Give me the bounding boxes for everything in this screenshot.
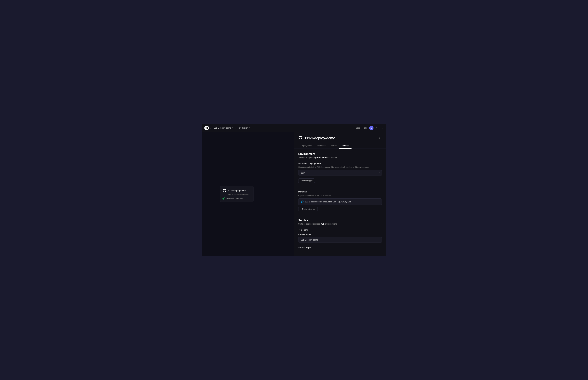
general-fields: Service Name: [298, 233, 382, 243]
app-window: / 111-1-deploy-demo ▼ / production ▼ Doc…: [202, 124, 386, 256]
project-chevron-icon: ▼: [232, 127, 233, 129]
canvas-area: 111-1-deploy-demo 111-1-deploy-demo-prod…: [202, 132, 294, 256]
panel-title: 111-1-deploy-demo: [304, 136, 335, 140]
user-avatar[interactable]: U: [369, 126, 373, 130]
topbar: / 111-1-deploy-demo ▼ / production ▼ Doc…: [202, 124, 386, 132]
tab-deployments[interactable]: Deployments: [298, 143, 315, 149]
topbar-left: / 111-1-deploy-demo ▼ / production ▼: [204, 126, 356, 130]
breadcrumb-environment[interactable]: production ▼: [238, 126, 251, 130]
domains-label: Domains: [298, 190, 382, 193]
divider-1: [298, 187, 382, 187]
service-card-header: 111-1-deploy-demo: [223, 189, 251, 192]
service-name-label: Service Name: [298, 233, 382, 236]
domains-block: Domains Expose this service to the publi…: [298, 190, 382, 211]
environment-title: Environment: [298, 152, 382, 156]
divider-2: [298, 215, 382, 215]
source-repo-block: Source Repo: [298, 246, 382, 249]
tab-settings[interactable]: Settings: [339, 143, 351, 149]
service-section: Service Settings applied accross ALL env…: [298, 219, 382, 225]
tab-variables[interactable]: Variables: [315, 143, 328, 149]
domain-row: 🌐 111-1-deploy-demo-production-0554.up.r…: [298, 198, 382, 205]
more-options-icon[interactable]: ⋮: [381, 126, 384, 129]
auto-deployments-block: Automatic Deployments Changes made to th…: [298, 162, 382, 183]
settings-panel: 111-1-deploy-demo × Deployments Variable…: [294, 132, 386, 256]
service-card-title: 111-1-deploy-demo: [228, 190, 246, 192]
auto-deployments-desc: Changes made to this GitHub branch will …: [298, 166, 382, 169]
environment-section: Environment Settings scoped to productio…: [298, 152, 382, 158]
help-link[interactable]: Help: [363, 127, 367, 129]
environment-chevron-icon: ▼: [249, 127, 250, 129]
service-name-block: Service Name: [298, 233, 382, 243]
globe-icon: 🌐: [301, 200, 304, 203]
panel-github-icon: [298, 136, 303, 141]
main-content: 111-1-deploy-demo 111-1-deploy-demo-prod…: [202, 132, 386, 256]
panel-title-row: 111-1-deploy-demo: [298, 136, 335, 141]
service-card-subtitle: 111-1-deploy-demo-producti...: [228, 193, 251, 195]
docs-link[interactable]: Docs: [356, 127, 360, 129]
close-button[interactable]: ×: [378, 136, 382, 140]
general-label: ▼ General: [298, 229, 382, 231]
service-name-input[interactable]: [298, 237, 382, 243]
topbar-right: Docs Help U ▼ ⋮: [356, 126, 384, 130]
railway-logo[interactable]: [204, 126, 209, 130]
source-repo-label: Source Repo: [298, 246, 382, 249]
user-chevron-icon: ▼: [376, 127, 378, 129]
branch-select-wrapper: main ▼: [298, 170, 382, 176]
breadcrumb-sep-2: /: [235, 127, 237, 129]
status-check-icon: ✓: [223, 197, 225, 200]
service-description: Settings applied accross ALL environment…: [298, 223, 382, 225]
tab-metrics[interactable]: Metrics: [328, 143, 339, 149]
custom-domain-button[interactable]: + Custom Domain: [298, 207, 318, 211]
breadcrumb-sep-1: /: [210, 127, 212, 129]
general-chevron-icon: ▼: [298, 229, 300, 231]
general-block: ▼ General Service Name: [298, 229, 382, 243]
breadcrumb-project[interactable]: 111-1-deploy-demo ▼: [213, 126, 234, 130]
github-icon: [223, 189, 226, 192]
service-card-status: ✓ 5 days ago via GitHub: [223, 197, 251, 200]
disable-trigger-button[interactable]: Disable trigger: [298, 178, 315, 183]
service-title: Service: [298, 219, 382, 222]
panel-body: Environment Settings scoped to productio…: [294, 149, 386, 256]
panel-header: 111-1-deploy-demo ×: [294, 132, 386, 143]
domains-desc: Expose this service to the public intern…: [298, 194, 382, 197]
environment-description: Settings scoped to production environmen…: [298, 156, 382, 158]
branch-select[interactable]: main: [298, 170, 382, 176]
domain-value: 111-1-deploy-demo-production-0554.up.rai…: [305, 201, 351, 203]
panel-tabs: Deployments Variables Metrics Settings: [294, 143, 386, 149]
auto-deployments-label: Automatic Deployments: [298, 162, 382, 165]
service-card[interactable]: 111-1-deploy-demo 111-1-deploy-demo-prod…: [220, 186, 254, 202]
